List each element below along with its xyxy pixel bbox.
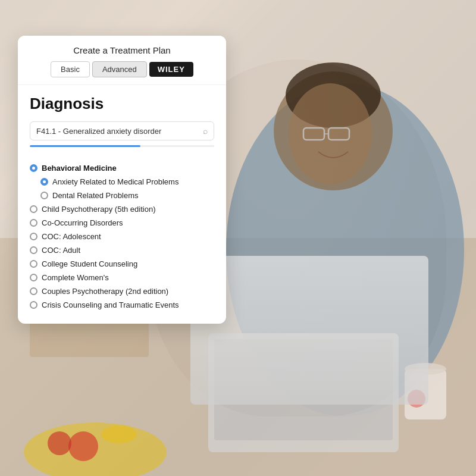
item-label: College Student Counseling	[42, 259, 137, 268]
list-item[interactable]: COC: Adult	[30, 243, 214, 257]
list-item[interactable]: Couples Psychotherapy (2nd edition)	[30, 284, 214, 298]
tab-wiley[interactable]: WILEY	[149, 62, 193, 77]
svg-point-12	[405, 363, 446, 375]
list-item[interactable]: Complete Women's	[30, 271, 214, 284]
progress-bar	[30, 145, 214, 147]
radio-empty-icon	[40, 192, 48, 199]
list-item[interactable]: Dental Related Problems	[30, 189, 214, 202]
modal-title: Create a Treatment Plan	[30, 45, 214, 55]
item-label: Anxiety Related to Medical Problems	[52, 177, 178, 186]
radio-empty-icon	[30, 233, 37, 240]
list-item[interactable]: Co-Occurring Disorders	[30, 216, 214, 230]
svg-point-17	[48, 431, 71, 455]
radio-empty-icon	[30, 246, 37, 254]
item-label: Co-Occurring Disorders	[42, 218, 123, 227]
tab-advanced[interactable]: Advanced	[92, 61, 147, 77]
item-label: Dental Related Problems	[52, 191, 139, 200]
diagnosis-title: Diagnosis	[30, 95, 214, 113]
radio-filled-icon	[30, 164, 37, 172]
search-icon: ⌕	[203, 126, 208, 136]
radio-empty-icon	[30, 274, 37, 281]
radio-empty-icon	[30, 287, 37, 295]
tab-basic[interactable]: Basic	[51, 61, 90, 77]
progress-bar-fill	[30, 145, 140, 147]
radio-empty-icon	[30, 260, 37, 268]
list-item[interactable]: College Student Counseling	[30, 257, 214, 271]
item-label: COC: Adolescent	[42, 232, 101, 241]
item-label: Child Psychotherapy (5th edition)	[42, 205, 156, 214]
svg-point-18	[101, 425, 137, 443]
list-item[interactable]: Child Psychotherapy (5th edition)	[30, 202, 214, 216]
search-box[interactable]: ⌕	[30, 121, 214, 140]
modal-header: Create a Treatment Plan Basic Advanced W…	[18, 36, 226, 85]
list-item[interactable]: COC: Adolescent	[30, 230, 214, 243]
svg-rect-10	[214, 339, 393, 440]
diagnosis-list: Behavioral Medicine Anxiety Related to M…	[18, 161, 226, 312]
item-label: Complete Women's	[42, 273, 109, 282]
list-item[interactable]: Anxiety Related to Medical Problems	[30, 175, 214, 189]
item-label: Crisis Counseling and Traumatic Events	[42, 300, 179, 309]
list-item[interactable]: Behavioral Medicine	[30, 161, 214, 175]
tab-row: Basic Advanced WILEY	[30, 61, 214, 77]
diagnosis-search-input[interactable]	[36, 127, 203, 136]
item-label: Behavioral Medicine	[42, 164, 117, 173]
svg-point-13	[408, 390, 425, 408]
item-label: Couples Psychotherapy (2nd edition)	[42, 287, 168, 296]
radio-empty-icon	[30, 219, 37, 227]
item-label: COC: Adult	[42, 246, 80, 255]
svg-rect-11	[405, 369, 446, 419]
treatment-plan-modal: Create a Treatment Plan Basic Advanced W…	[18, 36, 226, 324]
radio-filled-icon	[40, 178, 48, 186]
list-item[interactable]: Crisis Counseling and Traumatic Events	[30, 298, 214, 312]
radio-empty-icon	[30, 301, 37, 309]
radio-empty-icon	[30, 205, 37, 213]
svg-point-16	[68, 431, 98, 461]
svg-point-5	[289, 83, 372, 184]
diagnosis-section: Diagnosis ⌕	[18, 85, 226, 161]
